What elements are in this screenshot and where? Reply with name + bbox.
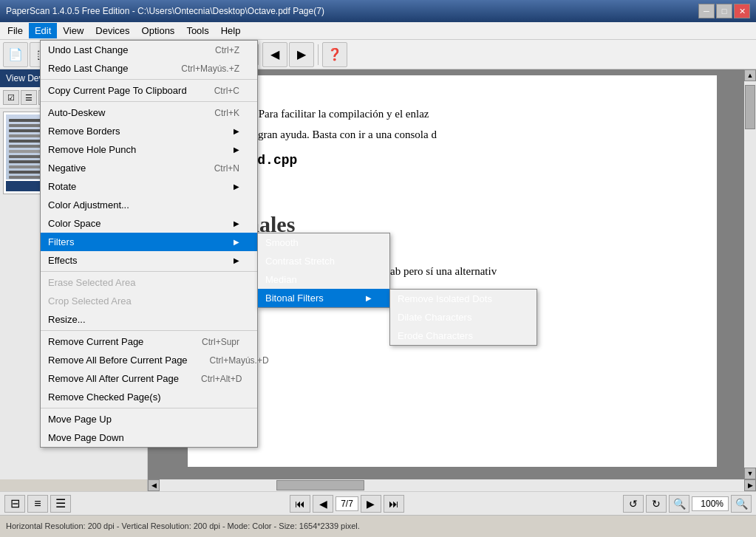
toolbar-sep3 bbox=[258, 44, 259, 65]
status-bar: Horizontal Resolution: 200 dpi - Vertica… bbox=[0, 515, 756, 536]
zoom-out-btn[interactable]: 🔍 bbox=[669, 495, 689, 513]
sidebar-check-btn[interactable]: ☑ bbox=[3, 90, 19, 105]
window-controls: ─ □ ✕ bbox=[698, 4, 750, 18]
menu-auto-deskew[interactable]: Auto-Deskew Ctrl+K bbox=[41, 103, 257, 122]
menu-negative[interactable]: Negative Ctrl+N bbox=[41, 159, 257, 177]
zoom-in-btn[interactable]: 🔍 bbox=[731, 495, 752, 513]
menu-effects[interactable]: Effects ▶ bbox=[41, 251, 257, 270]
filter-bitonal[interactable]: Bitonal Filters ▶ Remove Isolated Dots D… bbox=[258, 289, 389, 307]
menu-tools[interactable]: Tools bbox=[180, 23, 214, 38]
window-title: PaperScan 1.4.0.5 Free Edition - C:\User… bbox=[6, 6, 324, 16]
rotate-ccw-btn[interactable]: ↺ bbox=[623, 495, 644, 513]
menu-filters[interactable]: Filters ▶ Smooth Contrast Stretch Median… bbox=[41, 233, 257, 251]
menu-erase-selected: Erase Selected Area bbox=[41, 273, 257, 292]
menu-remove-hole-punch[interactable]: Remove Hole Punch ▶ bbox=[41, 140, 257, 159]
scroll-up-btn[interactable]: ▲ bbox=[744, 69, 756, 81]
hscroll-right-btn[interactable]: ▶ bbox=[744, 479, 756, 491]
divider-3 bbox=[41, 271, 257, 272]
menu-remove-borders[interactable]: Remove Borders ▶ bbox=[41, 122, 257, 140]
zoom-value: 100% bbox=[692, 496, 729, 511]
filter-median[interactable]: Median bbox=[258, 270, 389, 289]
prev-page-btn[interactable]: ◀ bbox=[313, 495, 333, 513]
status-text: Horizontal Resolution: 200 dpi - Vertica… bbox=[6, 521, 360, 530]
maximize-button[interactable]: □ bbox=[716, 4, 732, 18]
divider-1 bbox=[41, 79, 257, 80]
toolbar-prev-btn[interactable]: ◀ bbox=[262, 42, 287, 67]
layout-btn-3[interactable]: ☰ bbox=[50, 495, 71, 513]
sidebar-list-btn[interactable]: ☰ bbox=[21, 90, 37, 105]
toolbar-help-btn[interactable]: ❓ bbox=[322, 42, 347, 67]
divider-5 bbox=[41, 408, 257, 408]
menu-remove-after[interactable]: Remove All After Current Page Ctrl+Alt+D bbox=[41, 369, 257, 388]
scroll-down-btn[interactable]: ▼ bbox=[744, 468, 756, 479]
divider-2 bbox=[41, 101, 257, 102]
page-indicator: 7/7 bbox=[336, 496, 358, 511]
filter-contrast-stretch[interactable]: Contrast Stretch bbox=[258, 252, 389, 270]
hscroll-track bbox=[160, 479, 744, 491]
toolbar-sep4 bbox=[318, 44, 319, 65]
rotate-cw-btn[interactable]: ↻ bbox=[646, 495, 667, 513]
divider-4 bbox=[41, 330, 257, 331]
close-button[interactable]: ✕ bbox=[734, 4, 750, 18]
content-hscroll: ◀ ▶ bbox=[148, 479, 756, 491]
minimize-button[interactable]: ─ bbox=[698, 4, 715, 18]
layout-btn-1[interactable]: ⊟ bbox=[4, 495, 25, 513]
edit-dropdown: Undo Last Change Ctrl+Z Redo Last Change… bbox=[40, 40, 258, 448]
bitonal-erode-characters[interactable]: Erode Characters bbox=[390, 326, 537, 345]
vertical-scrollbar[interactable]: ▲ ▼ bbox=[744, 69, 756, 479]
hscroll-left-btn[interactable]: ◀ bbox=[148, 479, 160, 491]
bitonal-dilate-characters[interactable]: Dilate Characters bbox=[390, 308, 537, 326]
menu-file[interactable]: File bbox=[1, 23, 29, 38]
nav-bar: ⊟ ≡ ☰ ⏮ ◀ 7/7 ▶ ⏭ ↺ ↻ 🔍 100% 🔍 bbox=[0, 491, 756, 515]
menu-rotate[interactable]: Rotate ▶ bbox=[41, 177, 257, 196]
menu-undo[interactable]: Undo Last Change Ctrl+Z bbox=[41, 41, 257, 59]
sidebar-hscroll bbox=[0, 479, 148, 491]
toolbar-next-btn[interactable]: ▶ bbox=[289, 42, 314, 67]
menu-edit[interactable]: Edit bbox=[29, 23, 57, 38]
menu-crop-selected: Crop Selected Area bbox=[41, 292, 257, 310]
menu-color-adjustment[interactable]: Color Adjustment... bbox=[41, 196, 257, 214]
menu-devices[interactable]: Devices bbox=[89, 23, 135, 38]
menu-resize[interactable]: Resize... bbox=[41, 310, 257, 329]
menu-bar: File Edit View Devices Options Tools Hel… bbox=[0, 22, 756, 40]
menu-color-space[interactable]: Color Space ▶ bbox=[41, 214, 257, 233]
menu-move-page-up[interactable]: Move Page Up bbox=[41, 410, 257, 428]
bitonal-submenu: Remove Isolated Dots Dilate Characters E… bbox=[389, 289, 537, 346]
last-page-btn[interactable]: ⏭ bbox=[384, 495, 404, 513]
menu-copy-page[interactable]: Copy Current Page To Clipboard Ctrl+C bbox=[41, 81, 257, 100]
first-page-btn[interactable]: ⏮ bbox=[290, 495, 310, 513]
filters-submenu: Smooth Contrast Stretch Median Bitonal F… bbox=[257, 233, 390, 308]
title-bar: PaperScan 1.4.0.5 Free Edition - C:\User… bbox=[0, 0, 756, 22]
next-page-btn[interactable]: ▶ bbox=[361, 495, 381, 513]
horizontal-scroll-area: ◀ ▶ bbox=[0, 479, 756, 491]
menu-remove-current[interactable]: Remove Current Page Ctrl+Supr bbox=[41, 332, 257, 351]
menu-help[interactable]: Help bbox=[215, 23, 247, 38]
menu-options[interactable]: Options bbox=[136, 23, 181, 38]
menu-remove-before[interactable]: Remove All Before Current Page Ctrl+Mayú… bbox=[41, 351, 257, 369]
menu-redo[interactable]: Redo Last Change Ctrl+Mayús.+Z bbox=[41, 59, 257, 78]
layout-btn-2[interactable]: ≡ bbox=[27, 495, 48, 513]
menu-move-page-down[interactable]: Move Page Down bbox=[41, 428, 257, 447]
bitonal-remove-isolated-dots[interactable]: Remove Isolated Dots bbox=[390, 290, 537, 308]
menu-remove-checked[interactable]: Remove Checked Page(s) bbox=[41, 388, 257, 406]
hscroll-thumb[interactable] bbox=[276, 480, 364, 490]
scroll-thumb[interactable] bbox=[745, 85, 755, 129]
menu-view[interactable]: View bbox=[57, 23, 89, 38]
toolbar-new-btn[interactable]: 📄 bbox=[3, 42, 28, 67]
filter-smooth[interactable]: Smooth bbox=[258, 233, 389, 252]
